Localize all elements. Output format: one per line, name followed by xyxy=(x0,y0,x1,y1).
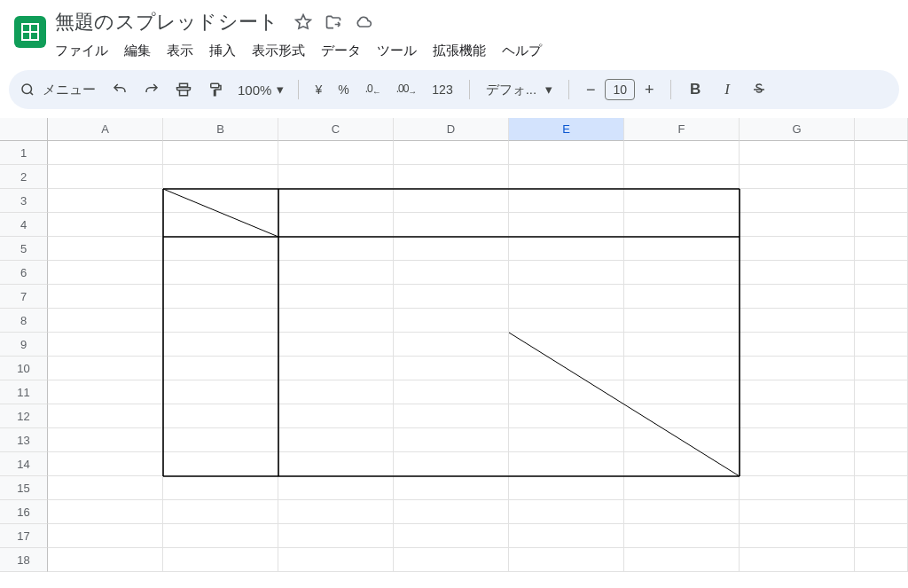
row-header[interactable]: 17 xyxy=(0,524,48,548)
menu-view[interactable]: 表示 xyxy=(167,43,193,59)
cell[interactable] xyxy=(855,428,908,452)
cell[interactable] xyxy=(740,333,855,357)
cell[interactable] xyxy=(509,165,624,189)
cell[interactable] xyxy=(394,189,509,213)
cell[interactable] xyxy=(624,285,740,309)
cell[interactable] xyxy=(394,357,509,380)
cell[interactable] xyxy=(740,189,855,213)
cell[interactable] xyxy=(509,500,624,524)
row-header[interactable]: 9 xyxy=(0,333,48,357)
cell[interactable] xyxy=(278,357,394,380)
cell[interactable] xyxy=(624,476,740,500)
cell[interactable] xyxy=(48,189,163,213)
zoom-dropdown[interactable]: 100% ▾ xyxy=(234,82,287,98)
cell[interactable] xyxy=(278,428,394,452)
cell[interactable] xyxy=(855,357,908,380)
cell[interactable] xyxy=(278,380,394,404)
paint-format-button[interactable] xyxy=(202,76,229,103)
cell[interactable] xyxy=(48,500,163,524)
cell[interactable] xyxy=(48,524,163,548)
cell[interactable] xyxy=(509,476,624,500)
menu-file[interactable]: ファイル xyxy=(55,43,108,59)
cell[interactable] xyxy=(394,285,509,309)
column-header[interactable]: D xyxy=(394,118,509,141)
row-header[interactable]: 1 xyxy=(0,141,48,165)
cell[interactable] xyxy=(740,548,855,572)
row-header[interactable]: 2 xyxy=(0,165,48,189)
cell[interactable] xyxy=(509,213,624,237)
row-header[interactable]: 15 xyxy=(0,476,48,500)
cell[interactable] xyxy=(394,500,509,524)
cell[interactable] xyxy=(48,309,163,333)
cell[interactable] xyxy=(394,333,509,357)
cell[interactable] xyxy=(278,261,394,285)
cell[interactable] xyxy=(394,309,509,333)
italic-button[interactable]: I xyxy=(714,76,740,103)
menu-edit[interactable]: 編集 xyxy=(124,43,151,59)
cell[interactable] xyxy=(163,404,278,428)
row-header[interactable]: 14 xyxy=(0,452,48,476)
cell[interactable] xyxy=(624,189,740,213)
cell[interactable] xyxy=(740,165,855,189)
cell[interactable] xyxy=(278,476,394,500)
cell[interactable] xyxy=(855,452,908,476)
cell[interactable] xyxy=(509,452,624,476)
column-header[interactable] xyxy=(855,118,908,141)
cell[interactable] xyxy=(394,380,509,404)
font-size-increase-button[interactable]: + xyxy=(638,79,660,100)
cell[interactable] xyxy=(163,357,278,380)
cell[interactable] xyxy=(163,309,278,333)
move-folder-icon[interactable] xyxy=(325,13,342,31)
cell[interactable] xyxy=(394,213,509,237)
cell[interactable] xyxy=(48,261,163,285)
cell[interactable] xyxy=(740,357,855,380)
cell[interactable] xyxy=(278,285,394,309)
cell[interactable] xyxy=(48,548,163,572)
currency-button[interactable]: ¥ xyxy=(309,82,327,97)
column-header[interactable]: B xyxy=(163,118,278,141)
cell[interactable] xyxy=(624,357,740,380)
cell[interactable] xyxy=(509,380,624,404)
cell[interactable] xyxy=(624,333,740,357)
cell[interactable] xyxy=(278,404,394,428)
cell[interactable] xyxy=(855,333,908,357)
cell[interactable] xyxy=(48,428,163,452)
cell[interactable] xyxy=(278,237,394,261)
cell[interactable] xyxy=(394,452,509,476)
cell[interactable] xyxy=(740,237,855,261)
cell[interactable] xyxy=(394,428,509,452)
menu-data[interactable]: データ xyxy=(321,43,361,59)
doc-title[interactable]: 無題のスプレッドシート xyxy=(51,7,282,37)
cell[interactable] xyxy=(855,404,908,428)
cell[interactable] xyxy=(48,237,163,261)
number-format-button[interactable]: 123 xyxy=(427,82,458,97)
cell[interactable] xyxy=(278,165,394,189)
cell[interactable] xyxy=(394,165,509,189)
strikethrough-button[interactable] xyxy=(746,76,772,103)
menu-help[interactable]: ヘルプ xyxy=(502,43,542,59)
redo-button[interactable] xyxy=(138,76,165,103)
cell[interactable] xyxy=(740,428,855,452)
cell[interactable] xyxy=(740,476,855,500)
column-header[interactable]: G xyxy=(740,118,855,141)
row-header[interactable]: 16 xyxy=(0,500,48,524)
menu-search[interactable]: メニュー xyxy=(20,82,101,98)
increase-decimals-button[interactable]: .00→ xyxy=(391,82,422,97)
cell[interactable] xyxy=(740,141,855,165)
menu-ext[interactable]: 拡張機能 xyxy=(433,43,486,59)
undo-button[interactable] xyxy=(106,76,133,103)
app-logo[interactable] xyxy=(9,7,51,57)
cell[interactable] xyxy=(624,428,740,452)
cell[interactable] xyxy=(624,237,740,261)
cell[interactable] xyxy=(278,141,394,165)
cell[interactable] xyxy=(855,237,908,261)
cell[interactable] xyxy=(740,213,855,237)
font-size-decrease-button[interactable]: − xyxy=(580,79,601,100)
cell[interactable] xyxy=(278,333,394,357)
cell[interactable] xyxy=(278,189,394,213)
cell[interactable] xyxy=(278,548,394,572)
row-header[interactable]: 6 xyxy=(0,261,48,285)
cell[interactable] xyxy=(855,524,908,548)
cell[interactable] xyxy=(48,452,163,476)
cell[interactable] xyxy=(163,261,278,285)
